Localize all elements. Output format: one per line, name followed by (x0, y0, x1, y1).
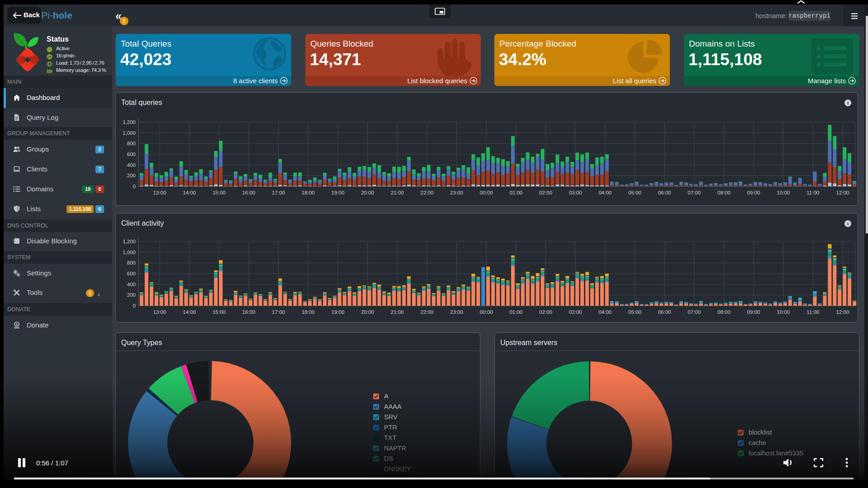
svg-text:600: 600 (127, 271, 136, 276)
svg-text:14:00: 14:00 (183, 309, 196, 315)
svg-text:01:00: 01:00 (509, 190, 522, 195)
svg-text:03:00: 03:00 (569, 190, 582, 195)
svg-text:08:00: 08:00 (717, 309, 730, 315)
svg-text:0: 0 (133, 303, 136, 308)
svg-text:200: 200 (127, 173, 136, 178)
svg-text:05:00: 05:00 (628, 309, 641, 315)
svg-text:200: 200 (127, 292, 136, 298)
svg-text:02:00: 02:00 (539, 190, 552, 195)
svg-text:600: 600 (127, 152, 136, 157)
svg-text:400: 400 (127, 282, 136, 287)
svg-text:17:00: 17:00 (272, 190, 285, 195)
svg-text:15:00: 15:00 (213, 309, 226, 315)
svg-text:1,000: 1,000 (123, 130, 136, 136)
svg-text:07:00: 07:00 (688, 309, 701, 315)
svg-text:09:00: 09:00 (747, 309, 760, 315)
svg-text:23:00: 23:00 (450, 309, 463, 315)
svg-text:1,200: 1,200 (123, 239, 136, 244)
svg-text:16:00: 16:00 (242, 309, 256, 315)
svg-text:12:00: 12:00 (836, 309, 849, 315)
svg-text:13:00: 13:00 (153, 190, 166, 195)
svg-text:11:00: 11:00 (806, 190, 819, 195)
svg-text:00:00: 00:00 (480, 309, 493, 315)
svg-text:20:00: 20:00 (361, 309, 374, 315)
svg-text:16:00: 16:00 (242, 190, 256, 195)
svg-text:17:00: 17:00 (272, 309, 285, 315)
svg-text:00:00: 00:00 (480, 190, 493, 195)
svg-text:06:00: 06:00 (658, 190, 671, 195)
svg-text:21:00: 21:00 (391, 309, 404, 315)
svg-text:800: 800 (127, 260, 136, 265)
svg-text:20:00: 20:00 (361, 190, 374, 195)
svg-text:10:00: 10:00 (777, 309, 790, 315)
svg-text:0: 0 (133, 184, 136, 189)
svg-text:14:00: 14:00 (183, 190, 196, 195)
svg-text:10:00: 10:00 (777, 190, 790, 195)
svg-text:11:00: 11:00 (806, 309, 819, 315)
svg-text:1,200: 1,200 (123, 119, 136, 125)
svg-text:22:00: 22:00 (421, 190, 434, 195)
svg-text:1,000: 1,000 (123, 250, 136, 255)
svg-text:04:00: 04:00 (598, 190, 612, 195)
svg-text:800: 800 (127, 141, 136, 146)
svg-text:07:00: 07:00 (688, 190, 701, 195)
svg-text:18:00: 18:00 (302, 190, 315, 195)
svg-text:04:00: 04:00 (598, 309, 612, 315)
svg-text:22:00: 22:00 (421, 309, 434, 315)
svg-text:15:00: 15:00 (213, 190, 226, 195)
svg-text:12:00: 12:00 (836, 190, 849, 195)
svg-text:19:00: 19:00 (332, 309, 345, 315)
svg-text:03:00: 03:00 (569, 309, 582, 315)
svg-text:08:00: 08:00 (717, 190, 730, 195)
svg-text:21:00: 21:00 (391, 190, 404, 195)
svg-text:19:00: 19:00 (332, 190, 345, 195)
svg-text:01:00: 01:00 (509, 309, 522, 315)
svg-text:18:00: 18:00 (302, 309, 315, 315)
svg-text:09:00: 09:00 (747, 190, 760, 195)
svg-text:05:00: 05:00 (628, 190, 641, 195)
svg-text:06:00: 06:00 (658, 309, 671, 315)
svg-text:13:00: 13:00 (153, 309, 166, 315)
svg-text:02:00: 02:00 (539, 309, 552, 315)
svg-text:400: 400 (127, 162, 136, 168)
svg-text:23:00: 23:00 (450, 190, 463, 195)
